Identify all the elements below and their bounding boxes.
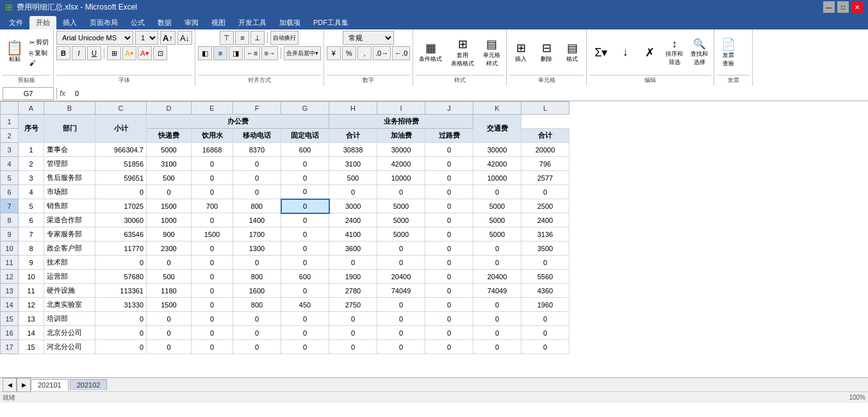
cell-C4[interactable]: 51856 [95,157,147,171]
col-header-I[interactable]: I [377,102,425,115]
cell-H11[interactable]: 0 [329,256,377,270]
row-header-12[interactable]: 12 [1,270,19,284]
cell-J10[interactable]: 0 [425,241,473,256]
cell-K13[interactable]: 74049 [473,284,521,298]
tab-addins[interactable]: 加载项 [273,16,307,29]
cell-D12[interactable]: 500 [147,270,192,284]
invoice-check-button[interactable]: 📄 发票查验 [717,36,740,69]
cell-F3[interactable]: 8370 [233,143,281,157]
cell-D5[interactable]: 500 [147,171,192,185]
cell-H15[interactable]: 0 [329,312,377,326]
cell-L14[interactable]: 1960 [521,298,569,312]
cell-H6[interactable]: 0 [329,185,377,199]
cell-K14[interactable]: 0 [473,298,521,312]
cell-E13[interactable]: 0 [192,284,233,298]
cell-K15[interactable]: 0 [473,312,521,326]
cell-B11[interactable]: 技术部 [44,256,95,270]
cell-L1[interactable]: 交通费 [473,115,521,143]
cell-H16[interactable]: 0 [329,326,377,340]
cell-F7[interactable]: 800 [233,199,281,213]
cell-B12[interactable]: 运营部 [44,270,95,284]
cell-L10[interactable]: 3500 [521,241,569,256]
clear-button[interactable]: ✗ [638,44,661,61]
cell-G12[interactable]: 600 [281,270,329,284]
cell-D2[interactable]: 快递费 [147,129,192,143]
cell-G4[interactable]: 0 [281,157,329,171]
col-header-L[interactable]: L [521,102,569,115]
row-header-14[interactable]: 14 [1,298,19,312]
paste-button[interactable]: 📋 粘贴 [3,40,26,65]
col-header-A[interactable]: A [19,102,44,115]
cell-A1[interactable]: 序号 [19,115,44,143]
cell-D1-merge[interactable]: 办公费 [147,115,329,129]
cell-F2[interactable]: 移动电话 [233,129,281,143]
cell-D6[interactable]: 0 [147,185,192,199]
cell-G9[interactable]: 0 [281,227,329,241]
col-header-E[interactable]: E [192,102,233,115]
row-header-16[interactable]: 16 [1,326,19,340]
sheet-tab-202102[interactable]: 202102 [70,379,108,390]
cell-K6[interactable]: 0 [473,185,521,199]
cell-A14[interactable]: 12 [19,298,44,312]
cell-A12[interactable]: 10 [19,270,44,284]
cell-I11[interactable]: 0 [377,256,425,270]
cell-I12[interactable]: 20400 [377,270,425,284]
cell-L4[interactable]: 796 [521,157,569,171]
cell-A11[interactable]: 9 [19,256,44,270]
tab-nav-left[interactable]: ◀ [3,378,17,392]
row-header-10[interactable]: 10 [1,241,19,256]
copy-button[interactable]: ⎘复制 [28,48,51,58]
col-header-C[interactable]: C [95,102,147,115]
cell-A5[interactable]: 3 [19,171,44,185]
cell-E9[interactable]: 1500 [192,227,233,241]
cell-H9[interactable]: 4100 [329,227,377,241]
format-convert-button[interactable]: ⊡ [153,46,167,60]
cell-K17[interactable]: 0 [473,340,521,354]
cell-A3[interactable]: 1 [19,143,44,157]
cell-L17[interactable]: 0 [521,340,569,354]
cell-L12[interactable]: 5560 [521,270,569,284]
cell-J13[interactable]: 0 [425,284,473,298]
cell-F5[interactable]: 0 [233,171,281,185]
delete-button[interactable]: ⊟ 删除 [535,40,558,65]
cell-K16[interactable]: 0 [473,326,521,340]
cell-J9[interactable]: 0 [425,227,473,241]
percent-button[interactable]: % [342,46,356,60]
cell-E6[interactable]: 0 [192,185,233,199]
cell-K3[interactable]: 30000 [473,143,521,157]
cell-E15[interactable]: 0 [192,312,233,326]
fill-button[interactable]: ↓ [614,44,637,60]
cell-G2[interactable]: 固定电话 [281,129,329,143]
cell-D15[interactable]: 0 [147,312,192,326]
cell-G7[interactable]: 0 [281,199,329,213]
row-header-5[interactable]: 5 [1,171,19,185]
cell-B4[interactable]: 管理部 [44,157,95,171]
cell-B14[interactable]: 北奥实验室 [44,298,95,312]
cell-J11[interactable]: 0 [425,256,473,270]
cell-A16[interactable]: 14 [19,326,44,340]
cell-G3[interactable]: 600 [281,143,329,157]
cell-G15[interactable]: 0 [281,312,329,326]
cell-E5[interactable]: 0 [192,171,233,185]
cell-D13[interactable]: 1180 [147,284,192,298]
row-header-17[interactable]: 17 [1,340,19,354]
sheet-tab-202101[interactable]: 202101 [31,379,69,391]
cell-E4[interactable]: 0 [192,157,233,171]
cell-G14[interactable]: 450 [281,298,329,312]
conditional-format-button[interactable]: ▦ 条件格式 [416,40,445,65]
tab-home[interactable]: 开始 [29,16,56,29]
cell-F11[interactable]: 0 [233,256,281,270]
cell-A4[interactable]: 2 [19,157,44,171]
tab-formula[interactable]: 公式 [124,16,151,29]
cell-I5[interactable]: 10000 [377,171,425,185]
cell-B13[interactable]: 硬件设施 [44,284,95,298]
cell-I2[interactable]: 加油费 [377,129,425,143]
row-header-15[interactable]: 15 [1,312,19,326]
cell-H13[interactable]: 2780 [329,284,377,298]
cell-F6[interactable]: 0 [233,185,281,199]
find-select-button[interactable]: 🔍 查找和选择 [687,37,711,68]
cell-L16[interactable]: 0 [521,326,569,340]
increase-indent-button[interactable]: ≡→ [261,46,277,60]
cell-I15[interactable]: 0 [377,312,425,326]
cell-C17[interactable]: 0 [95,340,147,354]
